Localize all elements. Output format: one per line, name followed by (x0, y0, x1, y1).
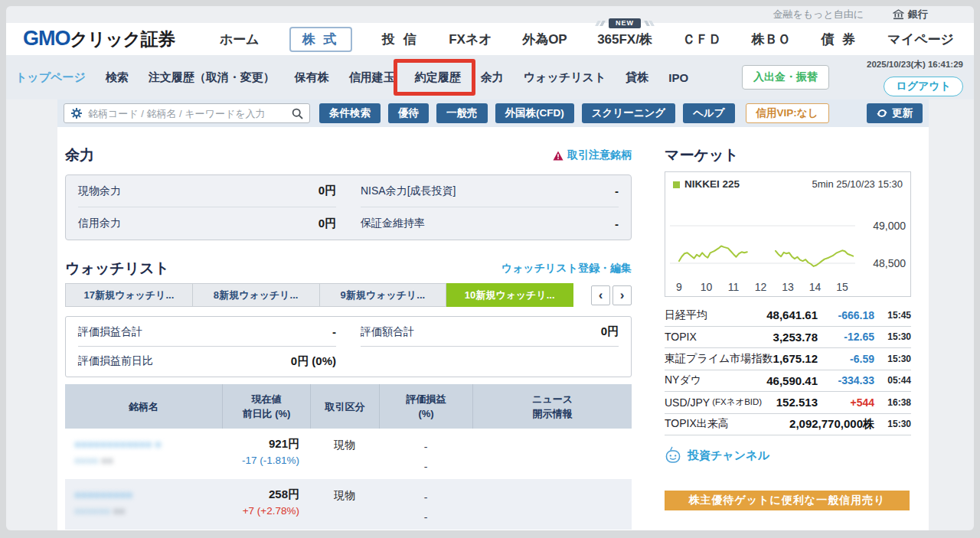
condition-search-button[interactable]: 条件検索 (319, 103, 381, 123)
col-price: 現在値前日比 (%) (222, 384, 310, 429)
col-news-line1: ニュース (532, 392, 573, 406)
subnav-buying-power[interactable]: 余力 (481, 70, 504, 85)
nav-365fx[interactable]: 365FX/株NEW (597, 31, 652, 48)
index-value: 2,092,770,000株 (729, 417, 874, 432)
subnav-watchlist[interactable]: ウォッチリスト (524, 70, 606, 85)
nav-mypage[interactable]: マイページ (887, 31, 954, 48)
svg-text:11: 11 (728, 281, 740, 293)
index-time: 05:44 (877, 375, 911, 386)
index-value: 3,253.78 (697, 331, 818, 344)
warning-icon (553, 151, 564, 161)
subnav-margin-positions[interactable]: 信用建玉 (349, 70, 395, 85)
market-row-nikkei: 日経平均 48,641.61 -666.18 15:45 (665, 305, 911, 327)
pl-pct: - (379, 457, 472, 477)
nav-bonds[interactable]: 債 券 (821, 31, 858, 48)
general-sell-button[interactable]: 一般売 (436, 103, 488, 123)
cash-buying-power-value: 0円 (318, 184, 336, 198)
col-price-line2: 前日比 (%) (243, 406, 291, 421)
bank-link[interactable]: 銀行 (893, 8, 928, 21)
col-pl-line2: (%) (418, 406, 433, 421)
svg-text:9: 9 (676, 281, 682, 293)
subnav-holdings[interactable]: 保有株 (295, 70, 329, 85)
subnav-execution-history[interactable]: 約定履歴 (415, 70, 461, 85)
svg-text:48,500: 48,500 (873, 257, 906, 269)
subnav-order-history[interactable]: 注文履歴（取消・変更） (149, 70, 275, 85)
total-value-label: 評価額合計 (361, 325, 414, 339)
search-icon[interactable] (292, 108, 303, 119)
new-badge: NEW (609, 18, 641, 28)
refresh-button[interactable]: 更新 (867, 103, 923, 123)
page-frame: 金融をもっと自由に 銀行 GMO クリック証券 ホーム 株 式 投 信 FXネオ… (6, 6, 974, 530)
nav-kabu-bo[interactable]: 株ＢＯ (752, 31, 791, 48)
pl-day-change-label: 評価損益前日比 (78, 354, 153, 368)
stock-name-cell[interactable]: ●●●●●●●●●●●● ● ●●●● ●● (65, 429, 222, 479)
watchlist-header: ウォッチリスト ウォッチリスト登録・編集 (65, 259, 632, 279)
stock-code-masked-a: ●●●● (74, 455, 101, 466)
nav-home[interactable]: ホーム (220, 31, 260, 48)
stock-name-cell[interactable]: ●●●●●●●●● ●●●●●● ●● (65, 479, 222, 530)
stock-code-masked-b: ●● (113, 505, 126, 517)
pager-prev-button[interactable]: ‹ (591, 285, 610, 305)
bank-icon (893, 9, 904, 20)
stock-toolbar: 条件検索 優待 一般売 外国株(CFD) スクリーニング ヘルプ 信用VIP:な… (57, 99, 929, 127)
svg-text:10: 10 (701, 281, 713, 293)
col-type: 取引区分 (310, 384, 379, 429)
index-name: TOPIX (665, 331, 697, 343)
watchlist-tab-9[interactable]: 9新規ウォッチリ... (320, 283, 447, 307)
gear-icon[interactable] (70, 107, 83, 119)
nav-cfd[interactable]: ＣＦＤ (682, 31, 721, 48)
logo[interactable]: GMO クリック証券 (23, 27, 175, 51)
market-row-topix-volume: TOPIX出来高 2,092,770,000株 15:30 (665, 414, 911, 436)
pager-next-button[interactable]: › (612, 285, 632, 305)
nav-stocks[interactable]: 株 式 (289, 27, 352, 52)
caution-stocks-link[interactable]: 取引注意銘柄 (553, 148, 632, 162)
watchlist-tab-8[interactable]: 8新規ウォッチリ... (193, 283, 320, 307)
col-pl: 評価損益(%) (379, 384, 472, 429)
help-button[interactable]: ヘルプ (683, 103, 734, 123)
pl-value: - (379, 487, 472, 507)
margin-vip-status[interactable]: 信用VIP:なし (746, 103, 829, 123)
promo-banner[interactable]: 株主優待ゲットに便利な一般信用売り (665, 491, 910, 510)
subnav-stock-lending[interactable]: 貸株 (626, 70, 648, 85)
subnav-ipo[interactable]: IPO (668, 71, 688, 84)
watchlist-tab-17[interactable]: 17新規ウォッチリ... (65, 283, 193, 307)
watchlist-edit-link[interactable]: ウォッチリスト登録・編集 (501, 262, 632, 276)
subnav-search[interactable]: 検索 (106, 70, 129, 85)
screening-button[interactable]: スクリーニング (582, 103, 675, 123)
index-name: 東証プライム市場指数 (665, 352, 773, 366)
watchlist-tab-10-active[interactable]: 10新規ウォッチリ... (446, 283, 573, 307)
svg-text:13: 13 (782, 281, 794, 293)
stock-code-masked: ●●●●●● ●● (74, 503, 217, 519)
total-pl-value: - (332, 325, 336, 338)
shareholder-benefit-button[interactable]: 優待 (388, 103, 429, 123)
buying-power-header: 余力 取引注意銘柄 (65, 145, 632, 165)
svg-text:49,000: 49,000 (873, 220, 906, 232)
bank-label: 銀行 (908, 8, 928, 21)
invest-channel-link[interactable]: 投資チャンネル (665, 446, 911, 465)
svg-text:14: 14 (809, 281, 822, 293)
logo-text: クリック証券 (70, 28, 175, 51)
total-pl-row: 評価損益合計 - (78, 318, 336, 347)
subnav-top-page[interactable]: トップページ (15, 70, 86, 85)
svg-text:12: 12 (755, 281, 767, 293)
logout-button[interactable]: ログアウト (884, 77, 963, 96)
stock-code-masked: ●●●● ●● (74, 452, 217, 468)
nav-funds[interactable]: 投 信 (382, 31, 419, 48)
symbol-search-input[interactable] (88, 108, 286, 119)
news-cell (472, 479, 632, 530)
col-name-line1: 銘柄名 (129, 399, 158, 414)
deposit-transfer-button[interactable]: 入出金・振替 (742, 65, 829, 90)
market-header: マーケット (665, 145, 911, 165)
total-pl-label: 評価損益合計 (78, 325, 142, 339)
margin-buying-power-label: 信用余力 (78, 217, 121, 230)
stock-code-masked-b: ●● (101, 455, 113, 466)
main-nav: ホーム 株 式 投 信 FXネオ 外為OP 365FX/株NEW ＣＦＤ 株ＢＯ… (220, 27, 957, 52)
invest-channel-label: 投資チャンネル (688, 448, 769, 463)
market-column: マーケット NIKKEI 225 5min 25/10/23 15:30 49,… (665, 127, 911, 510)
chart-legend: NIKKEI 225 (673, 178, 740, 190)
nav-fx-neo[interactable]: FXネオ (449, 31, 492, 48)
stock-name-masked: ●●●●●●●●●●●● ● (74, 436, 217, 452)
col-type-line1: 取引区分 (325, 399, 365, 414)
foreign-stock-cfd-button[interactable]: 外国株(CFD) (495, 103, 574, 123)
nav-gaitame-op[interactable]: 外為OP (522, 31, 567, 48)
